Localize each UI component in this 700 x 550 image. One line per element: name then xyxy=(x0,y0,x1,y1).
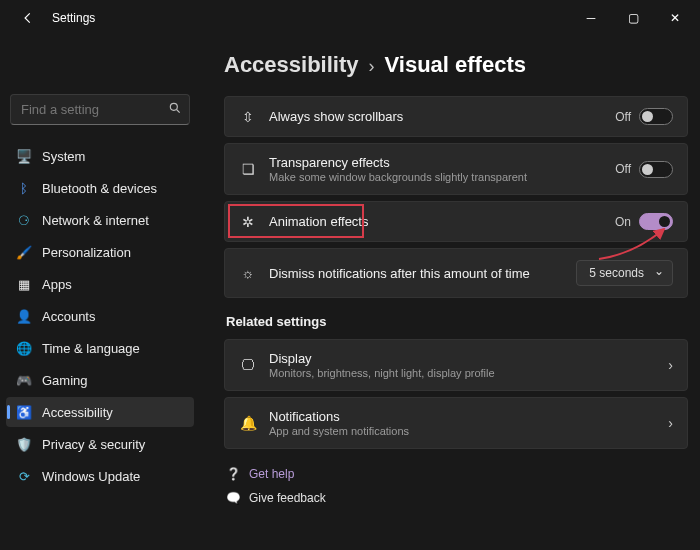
row-always-show-scrollbars[interactable]: ⇳ Always show scrollbars Off xyxy=(224,96,688,137)
sidebar-item-bluetooth[interactable]: ᛒBluetooth & devices xyxy=(6,173,194,203)
sidebar-item-label: Accessibility xyxy=(42,405,113,420)
row-subtitle: Monitors, brightness, night light, displ… xyxy=(269,367,656,379)
sidebar-item-update[interactable]: ⟳Windows Update xyxy=(6,461,194,491)
animation-icon: ✲ xyxy=(239,214,257,230)
window-title: Settings xyxy=(52,11,95,25)
row-title: Dismiss notifications after this amount … xyxy=(269,266,564,281)
row-animation-effects[interactable]: ✲ Animation effects On xyxy=(224,201,688,242)
transparency-toggle[interactable] xyxy=(639,161,673,178)
row-title: Transparency effects xyxy=(269,155,603,170)
breadcrumb: Accessibility › Visual effects xyxy=(224,52,688,78)
search-icon xyxy=(168,101,182,118)
sidebar-item-apps[interactable]: ▦Apps xyxy=(6,269,194,299)
scrollbars-toggle[interactable] xyxy=(639,108,673,125)
update-icon: ⟳ xyxy=(16,468,32,484)
row-notifications[interactable]: 🔔 Notifications App and system notificat… xyxy=(224,397,688,449)
accessibility-icon: ♿ xyxy=(16,404,32,420)
sidebar-item-network[interactable]: ⚆Network & internet xyxy=(6,205,194,235)
feedback-icon: 🗨️ xyxy=(226,491,241,505)
back-button[interactable] xyxy=(14,4,42,32)
page-title: Visual effects xyxy=(385,52,526,78)
related-settings-heading: Related settings xyxy=(226,314,688,329)
search-input[interactable] xyxy=(10,94,190,125)
row-title: Notifications xyxy=(269,409,656,424)
dropdown-value: 5 seconds xyxy=(589,266,644,280)
transparency-icon: ❏ xyxy=(239,161,257,177)
row-subtitle: App and system notifications xyxy=(269,425,656,437)
give-feedback-link[interactable]: 🗨️Give feedback xyxy=(226,491,688,505)
sidebar-item-label: Personalization xyxy=(42,245,131,260)
get-help-link[interactable]: ❔Get help xyxy=(226,467,688,481)
apps-icon: ▦ xyxy=(16,276,32,292)
sidebar-item-label: System xyxy=(42,149,85,164)
chevron-right-icon: › xyxy=(369,56,375,77)
animation-toggle[interactable] xyxy=(639,213,673,230)
sidebar-item-accessibility[interactable]: ♿Accessibility xyxy=(6,397,194,427)
brush-icon: 🖌️ xyxy=(16,244,32,260)
bell-icon: 🔔 xyxy=(239,415,257,431)
sidebar-item-label: Accounts xyxy=(42,309,95,324)
link-label: Get help xyxy=(249,467,294,481)
help-icon: ❔ xyxy=(226,467,241,481)
close-button[interactable]: ✕ xyxy=(654,4,696,32)
bluetooth-icon: ᛒ xyxy=(16,180,32,196)
user-icon: 👤 xyxy=(16,308,32,324)
link-label: Give feedback xyxy=(249,491,326,505)
chevron-right-icon: › xyxy=(668,415,673,431)
row-subtitle: Make some window backgrounds slightly tr… xyxy=(269,171,603,183)
sidebar-item-label: Network & internet xyxy=(42,213,149,228)
row-display[interactable]: 🖵 Display Monitors, brightness, night li… xyxy=(224,339,688,391)
sidebar-item-label: Gaming xyxy=(42,373,88,388)
sidebar-item-system[interactable]: 🖥️System xyxy=(6,141,194,171)
toggle-state-label: Off xyxy=(615,110,631,124)
sidebar-item-label: Bluetooth & devices xyxy=(42,181,157,196)
system-icon: 🖥️ xyxy=(16,148,32,164)
scrollbars-icon: ⇳ xyxy=(239,109,257,125)
sidebar-item-label: Windows Update xyxy=(42,469,140,484)
wifi-icon: ⚆ xyxy=(16,212,32,228)
minimize-button[interactable]: ─ xyxy=(570,4,612,32)
globe-icon: 🌐 xyxy=(16,340,32,356)
row-title: Animation effects xyxy=(269,214,603,229)
row-transparency-effects[interactable]: ❏ Transparency effects Make some window … xyxy=(224,143,688,195)
toggle-state-label: Off xyxy=(615,162,631,176)
sidebar: 🖥️System ᛒBluetooth & devices ⚆Network &… xyxy=(0,36,200,550)
maximize-button[interactable]: ▢ xyxy=(612,4,654,32)
dismiss-time-dropdown[interactable]: 5 seconds xyxy=(576,260,673,286)
chevron-right-icon: › xyxy=(668,357,673,373)
toggle-state-label: On xyxy=(615,215,631,229)
brightness-icon: ☼ xyxy=(239,265,257,281)
sidebar-item-time[interactable]: 🌐Time & language xyxy=(6,333,194,363)
sidebar-item-accounts[interactable]: 👤Accounts xyxy=(6,301,194,331)
row-title: Always show scrollbars xyxy=(269,109,603,124)
row-title: Display xyxy=(269,351,656,366)
sidebar-item-gaming[interactable]: 🎮Gaming xyxy=(6,365,194,395)
sidebar-item-personalization[interactable]: 🖌️Personalization xyxy=(6,237,194,267)
breadcrumb-parent[interactable]: Accessibility xyxy=(224,52,359,78)
monitor-icon: 🖵 xyxy=(239,357,257,373)
shield-icon: 🛡️ xyxy=(16,436,32,452)
sidebar-item-privacy[interactable]: 🛡️Privacy & security xyxy=(6,429,194,459)
row-dismiss-notifications[interactable]: ☼ Dismiss notifications after this amoun… xyxy=(224,248,688,298)
gaming-icon: 🎮 xyxy=(16,372,32,388)
sidebar-item-label: Time & language xyxy=(42,341,140,356)
sidebar-item-label: Apps xyxy=(42,277,72,292)
svg-point-0 xyxy=(170,103,177,110)
sidebar-item-label: Privacy & security xyxy=(42,437,145,452)
